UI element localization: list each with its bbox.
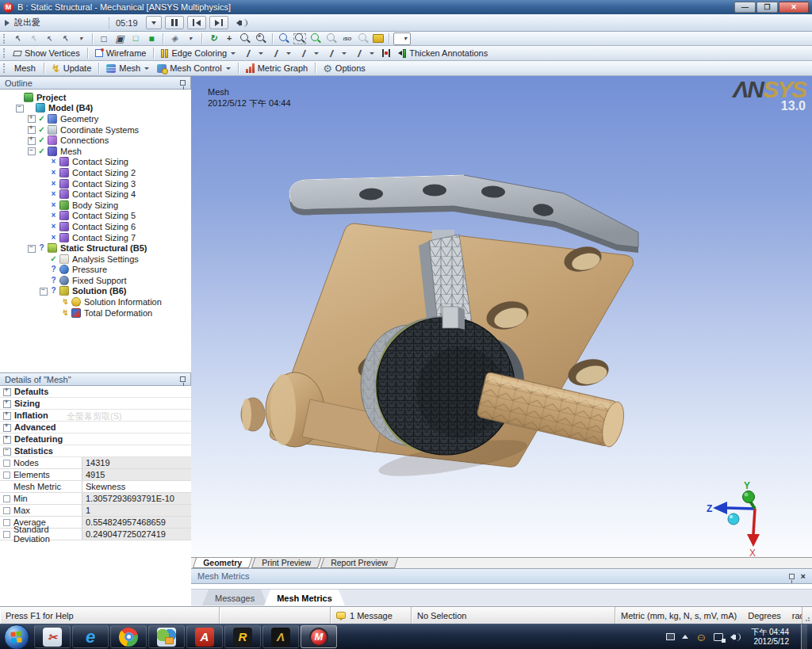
edge-coloring-button[interactable]: Edge Coloring bbox=[157, 48, 239, 59]
toolbar-icon-box-zoom[interactable] bbox=[293, 32, 307, 45]
viewport-tab-report-preview[interactable]: Report Preview bbox=[320, 558, 398, 568]
taskbar-app-messenger[interactable] bbox=[148, 625, 185, 648]
edge-option-4-button[interactable] bbox=[323, 47, 350, 59]
play-indicator-icon[interactable] bbox=[5, 20, 10, 26]
edge-option-1-button[interactable] bbox=[239, 47, 267, 59]
stat-checkbox[interactable] bbox=[3, 519, 10, 526]
speaker-icon[interactable] bbox=[730, 632, 741, 642]
details-group-statistics[interactable]: Statistics bbox=[0, 445, 191, 457]
viewport-tab-geometry[interactable]: Geometry bbox=[193, 558, 252, 568]
show-desktop-button[interactable] bbox=[801, 624, 807, 649]
tree-item-contact-sizing[interactable]: Contact Sizing 2 bbox=[0, 167, 191, 178]
pin-icon[interactable] bbox=[789, 574, 795, 579]
group-expander-icon[interactable] bbox=[2, 412, 11, 419]
tree-item-body-sizing[interactable]: Body Sizing bbox=[0, 200, 191, 211]
tree-item-fixed-support[interactable]: Fixed Support bbox=[0, 275, 191, 286]
details-group-defaults[interactable]: Defaults bbox=[0, 386, 191, 398]
stat-row-4[interactable]: Max 1 bbox=[0, 505, 191, 517]
stat-row-6[interactable]: Standard Deviation 0.249047725027419 bbox=[0, 529, 191, 540]
details-group-defeaturing[interactable]: Defeaturing bbox=[0, 433, 191, 445]
tree-item-contact-sizing[interactable]: Contact Sizing 5 bbox=[0, 211, 191, 222]
toolbar-icon-pan[interactable]: + bbox=[222, 32, 236, 45]
toolbar-icon-sep[interactable] bbox=[163, 33, 163, 44]
group-expander-icon[interactable] bbox=[2, 400, 11, 407]
toolbar-icon-single-select[interactable]: □ bbox=[97, 32, 111, 45]
tree-item-contact-sizing[interactable]: Contact Sizing 7 bbox=[0, 232, 191, 243]
details-group-inflation[interactable]: Inflation bbox=[0, 410, 191, 422]
minimize-button[interactable]: — bbox=[734, 2, 756, 13]
edge-option-3-button[interactable] bbox=[295, 47, 323, 59]
triad-iso-ball[interactable] bbox=[728, 513, 739, 525]
messenger-tray-icon[interactable]: ☺ bbox=[695, 632, 707, 643]
toolbar-icon-sep[interactable] bbox=[201, 33, 202, 44]
tree-expander-icon[interactable] bbox=[27, 137, 36, 144]
stat-checkbox[interactable] bbox=[3, 460, 10, 467]
toolbar-icon-caret[interactable]: ▾ bbox=[183, 32, 197, 45]
tree-expander-icon[interactable] bbox=[27, 115, 36, 122]
metric-graph-button[interactable]: Metric Graph bbox=[242, 63, 312, 74]
tree-item-contact-sizing[interactable]: Contact Sizing 6 bbox=[0, 221, 191, 232]
tree-item-total-deformation[interactable]: Total Deformation bbox=[0, 307, 191, 319]
tree-expander-icon[interactable] bbox=[27, 126, 36, 133]
close-button[interactable]: ✕ bbox=[779, 2, 809, 13]
tree-item-mesh[interactable]: Mesh bbox=[0, 146, 191, 157]
toolbar-icon-snapshot[interactable] bbox=[372, 32, 385, 45]
mesh-menu-button[interactable]: Mesh bbox=[102, 63, 153, 74]
tree-expander-icon[interactable] bbox=[39, 288, 48, 295]
stat-row-1[interactable]: Elements 4915 bbox=[0, 469, 191, 481]
dock-tab-messages[interactable]: Messages bbox=[202, 590, 267, 605]
toolbar-grip[interactable] bbox=[3, 48, 6, 58]
taskbar-app-snipping-tool[interactable]: ✂ bbox=[34, 625, 71, 648]
group-expander-icon[interactable] bbox=[2, 424, 11, 431]
tree-item-geometry[interactable]: Geometry bbox=[0, 113, 191, 124]
toolbar-icon-sep[interactable] bbox=[272, 33, 273, 44]
toolbar-icon-zoom-forward[interactable] bbox=[324, 32, 339, 45]
tree-item-pressure[interactable]: Pressure bbox=[0, 265, 191, 276]
tree-item-connections[interactable]: Connections bbox=[0, 135, 191, 146]
show-vertices-button[interactable]: Show Vertices bbox=[10, 48, 84, 59]
options-button[interactable]: ⚙ Options bbox=[319, 63, 370, 74]
details-group-sizing[interactable]: Sizing bbox=[0, 398, 191, 410]
taskbar-app-adobe-reader[interactable]: A bbox=[186, 625, 223, 648]
tree-item-solution-information[interactable]: Solution Information bbox=[0, 296, 191, 307]
toolbar-icon-rotate[interactable]: ↻ bbox=[206, 32, 220, 45]
mesh-control-button[interactable]: Mesh Control bbox=[153, 63, 234, 74]
toolbar-icon-look-at[interactable] bbox=[356, 32, 370, 45]
toolbar-icon-viewport-layout[interactable]: ▾ bbox=[393, 32, 411, 45]
stat-checkbox[interactable] bbox=[3, 531, 10, 538]
stat-row-0[interactable]: Nodes 14319 bbox=[0, 457, 191, 469]
toolbar-icon-volume-select[interactable]: ■ bbox=[144, 32, 159, 45]
edge-option-5-button[interactable] bbox=[350, 47, 378, 59]
tree-expander-icon[interactable] bbox=[15, 105, 24, 112]
toolbar-icon-sep[interactable] bbox=[389, 33, 389, 44]
update-button[interactable]: ↯ Update bbox=[48, 62, 95, 75]
toolbar-icon-select-disabled[interactable]: ↖ bbox=[26, 32, 40, 45]
stat-row-2[interactable]: Mesh Metric Skewness bbox=[0, 481, 191, 493]
toolbar-icon-select-feedback[interactable]: ↖ bbox=[10, 32, 25, 45]
pin-icon[interactable] bbox=[180, 376, 186, 382]
toolbar-grip[interactable] bbox=[3, 34, 6, 44]
tray-window-icon[interactable] bbox=[666, 633, 675, 640]
restore-button[interactable]: ❐ bbox=[756, 2, 778, 13]
tree-item-contact-sizing[interactable]: Contact Sizing 4 bbox=[0, 189, 191, 200]
toolbar-icon-zoom-box[interactable] bbox=[238, 32, 252, 45]
model-canvas[interactable]: Z X Y Mesh 2012/5/12 下午 04:44 bbox=[191, 76, 812, 557]
triad[interactable]: Z X Y bbox=[707, 480, 760, 557]
thicken-annotations-button[interactable]: Thicken Annotations bbox=[394, 48, 492, 59]
annotation-scale-button[interactable] bbox=[378, 48, 394, 58]
group-expander-icon[interactable] bbox=[2, 388, 11, 395]
taskbar-app-chrome[interactable] bbox=[110, 625, 147, 648]
tray-expand-icon[interactable] bbox=[682, 635, 688, 639]
pin-icon[interactable] bbox=[180, 80, 186, 86]
tree-expander-icon[interactable] bbox=[27, 245, 36, 252]
taskbar-clock[interactable]: 下午 04:44 2012/5/12 bbox=[751, 628, 789, 646]
stat-checkbox[interactable] bbox=[3, 471, 10, 479]
group-expander-icon[interactable] bbox=[2, 436, 11, 443]
network-icon[interactable] bbox=[714, 633, 723, 641]
toolbar-icon-volume-box-select[interactable]: □ bbox=[128, 32, 143, 45]
close-icon[interactable]: × bbox=[801, 571, 806, 581]
toolbar-icon-box-select[interactable]: ▣ bbox=[113, 32, 127, 45]
start-button[interactable] bbox=[4, 624, 29, 649]
details-group-advanced[interactable]: Advanced bbox=[0, 422, 191, 433]
toolbar-icon-iso-view[interactable]: ISO bbox=[340, 32, 354, 45]
